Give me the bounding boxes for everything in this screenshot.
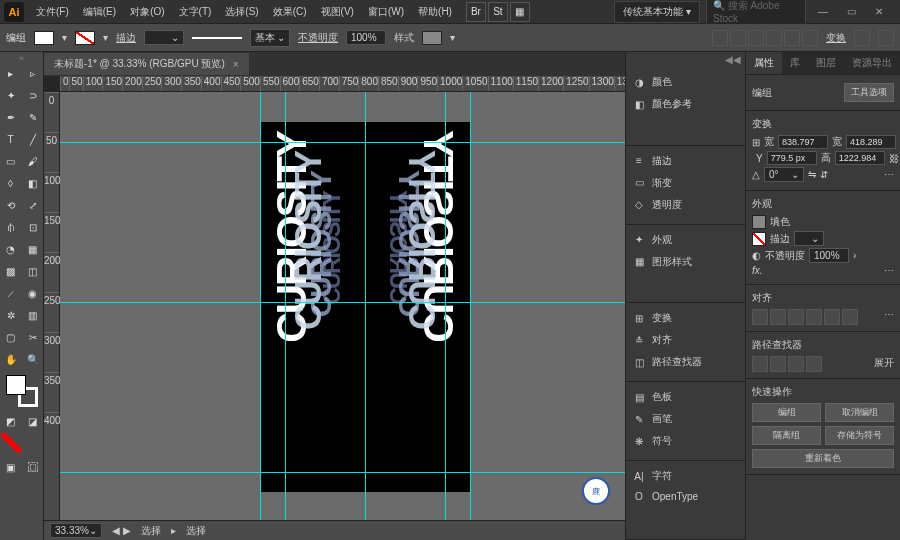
scale-tool[interactable]: ⤢	[23, 195, 43, 215]
fill-swatch[interactable]	[34, 31, 54, 45]
fx-button[interactable]: fx.	[752, 265, 763, 276]
type-tool[interactable]: T	[1, 129, 21, 149]
stock-button[interactable]: St	[488, 2, 508, 22]
paintbrush-tool[interactable]: 🖌	[23, 151, 43, 171]
panel-变换[interactable]: ⊞变换	[630, 307, 741, 329]
height-input[interactable]	[835, 151, 885, 165]
align-right[interactable]	[748, 30, 764, 46]
gradient-tool[interactable]: ◫	[23, 261, 43, 281]
opacity-label[interactable]: 不透明度	[298, 31, 338, 45]
shape-builder-tool[interactable]: ◔	[1, 239, 21, 259]
fill-box[interactable]	[6, 375, 26, 395]
graphic-style-swatch[interactable]	[422, 31, 442, 45]
menu-help[interactable]: 帮助(H)	[412, 2, 458, 22]
guide[interactable]	[445, 92, 446, 520]
document-tab[interactable]: 未标题-1* @ 33.33% (RGB/GPU 预览)×	[44, 53, 249, 75]
blend-tool[interactable]: ◉	[23, 283, 43, 303]
guide[interactable]	[60, 472, 625, 473]
pf-minus[interactable]	[770, 356, 786, 372]
panel-描边[interactable]: ≡描边	[630, 150, 741, 172]
width-input[interactable]	[778, 135, 828, 149]
close-tab-icon[interactable]: ×	[233, 59, 239, 70]
guide[interactable]	[260, 92, 261, 520]
art-text-4[interactable]: CURIOSITY	[318, 192, 346, 305]
styleset-label[interactable]: 样式	[394, 31, 414, 45]
guide[interactable]	[60, 142, 625, 143]
flip-v-icon[interactable]: ⇵	[820, 169, 828, 180]
direct-selection-tool[interactable]: ▹	[23, 63, 43, 83]
magic-wand-tool[interactable]: ✦	[1, 85, 21, 105]
clip-button[interactable]	[878, 30, 894, 46]
menu-effect[interactable]: 效果(C)	[267, 2, 313, 22]
none-mode[interactable]	[1, 433, 21, 453]
panel-图形样式[interactable]: ▦图形样式	[630, 251, 741, 273]
menu-window[interactable]: 窗口(W)	[362, 2, 410, 22]
tab-layers[interactable]: 图层	[808, 52, 844, 74]
qa-isolate[interactable]: 隔离组	[752, 426, 821, 445]
qa-group[interactable]: 编组	[752, 403, 821, 422]
tool-options-button[interactable]: 工具选项	[844, 83, 894, 102]
align-t[interactable]	[806, 309, 822, 325]
free-transform-tool[interactable]: ⊡	[23, 217, 43, 237]
stroke-weight-input[interactable]: ⌄	[144, 30, 184, 45]
symbol-sprayer-tool[interactable]: ✲	[1, 305, 21, 325]
angle-input[interactable]: 0°⌄	[764, 167, 804, 182]
align-m[interactable]	[824, 309, 840, 325]
more-options-icon[interactable]: ⋯	[884, 169, 894, 180]
flip-h-icon[interactable]: ⇋	[808, 169, 816, 180]
panel-符号[interactable]: ❋符号	[630, 430, 741, 452]
workspace-switcher[interactable]: 传统基本功能 ▾	[614, 1, 700, 23]
panel-色板[interactable]: ▤色板	[630, 386, 741, 408]
selection-tool[interactable]: ▸	[1, 63, 21, 83]
qa-save-symbol[interactable]: 存储为符号	[825, 426, 894, 445]
transform-link[interactable]: 变换	[826, 31, 846, 45]
eyedropper-tool[interactable]: ⟋	[1, 283, 21, 303]
qa-ungroup[interactable]: 取消编组	[825, 403, 894, 422]
align-b[interactable]	[842, 309, 858, 325]
align-hcenter[interactable]	[730, 30, 746, 46]
panel-对齐[interactable]: ≛对齐	[630, 329, 741, 351]
rectangle-tool[interactable]: ▭	[1, 151, 21, 171]
panel-外观[interactable]: ✦外观	[630, 229, 741, 251]
graph-tool[interactable]: ▥	[23, 305, 43, 325]
rotate-tool[interactable]: ⟲	[1, 195, 21, 215]
more-icon[interactable]: ⋯	[884, 265, 894, 276]
guide[interactable]	[365, 92, 366, 520]
stroke-label[interactable]: 描边	[116, 31, 136, 45]
arrange-button[interactable]: ▦	[510, 2, 530, 22]
pf-exclude[interactable]	[806, 356, 822, 372]
y-input[interactable]	[767, 151, 817, 165]
menu-view[interactable]: 视图(V)	[315, 2, 360, 22]
menu-edit[interactable]: 编辑(E)	[77, 2, 122, 22]
width-tool[interactable]: ⫛	[1, 217, 21, 237]
stroke-weight[interactable]: ⌄	[794, 231, 824, 246]
panel-渐变[interactable]: ▭渐变	[630, 172, 741, 194]
isolate-button[interactable]	[854, 30, 870, 46]
gradient-mode[interactable]: ◪	[23, 411, 43, 431]
opacity-field[interactable]: 100%	[809, 248, 849, 263]
brush-preview[interactable]	[192, 37, 242, 39]
zoom-tool[interactable]: 🔍	[23, 349, 43, 369]
panel-OpenType[interactable]: OOpenType	[630, 487, 741, 506]
opacity-input[interactable]: 100%	[346, 30, 386, 45]
screen-mode[interactable]: ▣	[1, 457, 21, 477]
align-r[interactable]	[788, 309, 804, 325]
artboard-tool[interactable]: ▢	[1, 327, 21, 347]
zoom-dropdown[interactable]: 33.33%⌄	[50, 523, 102, 538]
pf-intersect[interactable]	[788, 356, 804, 372]
tab-libraries[interactable]: 库	[782, 52, 808, 74]
pf-unite[interactable]	[752, 356, 768, 372]
style-dropdown[interactable]: 基本⌄	[250, 29, 290, 47]
qa-recolor[interactable]: 重新着色	[752, 449, 894, 468]
canvas[interactable]: CURIOSITY CURIOSITY CURIOSITY CURIOSITY …	[60, 92, 625, 520]
hand-tool[interactable]: ✋	[1, 349, 21, 369]
mesh-tool[interactable]: ▩	[1, 261, 21, 281]
panel-颜色[interactable]: ◑颜色	[630, 71, 741, 93]
color-mode[interactable]: ◩	[1, 411, 21, 431]
menu-file[interactable]: 文件(F)	[30, 2, 75, 22]
menu-type[interactable]: 文字(T)	[173, 2, 218, 22]
window-minimize[interactable]: —	[812, 6, 834, 17]
fill-color[interactable]	[752, 215, 766, 229]
x-input[interactable]	[846, 135, 896, 149]
align-vcenter[interactable]	[784, 30, 800, 46]
